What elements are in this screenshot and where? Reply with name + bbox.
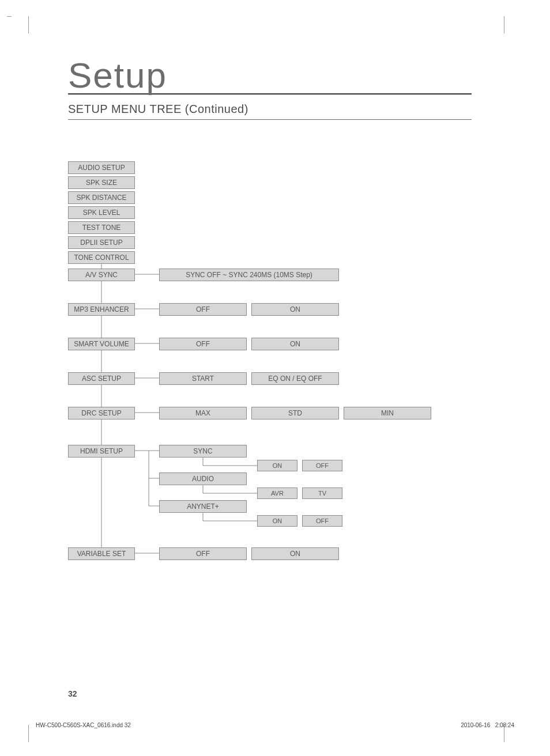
menu-item-drc-setup: DRC SETUP: [68, 407, 135, 419]
option-start: START: [159, 372, 247, 385]
section-title: SETUP MENU TREE (Continued): [68, 103, 472, 120]
menu-item-av-sync: A/V SYNC: [68, 269, 135, 281]
menu-item-spk-level: SPK LEVEL: [68, 206, 135, 219]
menu-item-tone-control: TONE CONTROL: [68, 251, 135, 264]
option-on: ON: [251, 303, 339, 316]
menu-item-smart-volume: SMART VOLUME: [68, 338, 135, 350]
menu-item-dplii-setup: DPLII SETUP: [68, 236, 135, 249]
option-min: MIN: [344, 407, 431, 419]
option-audio: AUDIO: [159, 472, 247, 485]
footer-filename: HW-C500-C560S-XAC_0616.indd 32: [36, 722, 131, 728]
footer-timestamp: 2010-06-16 2:08:24: [461, 722, 514, 728]
menu-item-audio-setup: AUDIO SETUP: [68, 161, 135, 174]
menu-item-variable-set: VARIABLE SET: [68, 547, 135, 560]
option-off: OFF: [302, 515, 342, 527]
option-eq: EQ ON / EQ OFF: [251, 372, 339, 385]
option-off: OFF: [302, 460, 342, 471]
option-sync-range: SYNC OFF ~ SYNC 240MS (10MS Step): [159, 269, 339, 281]
option-on: ON: [251, 547, 339, 560]
menu-item-test-tone: TEST TONE: [68, 221, 135, 234]
page-number: 32: [68, 689, 77, 698]
menu-item-spk-distance: SPK DISTANCE: [68, 191, 135, 204]
option-tv: TV: [302, 487, 342, 499]
option-on: ON: [251, 338, 339, 350]
crop-mark: [12, 725, 29, 742]
page-title: Setup: [68, 58, 472, 94]
footer-time: 2:08:24: [495, 722, 514, 728]
menu-item-spk-size: SPK SIZE: [68, 176, 135, 189]
option-off: OFF: [159, 303, 247, 316]
crop-mark: [12, 16, 29, 33]
option-off: OFF: [159, 338, 247, 350]
footer-date: 2010-06-16: [461, 722, 490, 728]
option-anynet: ANYNET+: [159, 500, 247, 513]
menu-item-asc-setup: ASC SETUP: [68, 372, 135, 385]
option-std: STD: [251, 407, 339, 419]
crop-mark: [504, 16, 521, 33]
menu-item-mp3-enhancer: MP3 ENHANCER: [68, 303, 135, 316]
option-avr: AVR: [257, 487, 297, 499]
option-sync: SYNC: [159, 445, 247, 458]
option-on: ON: [257, 460, 297, 471]
option-off: OFF: [159, 547, 247, 560]
menu-item-hdmi-setup: HDMI SETUP: [68, 445, 135, 458]
page-content: Setup SETUP MENU TREE (Continued): [68, 58, 472, 120]
option-max: MAX: [159, 407, 247, 419]
option-on: ON: [257, 515, 297, 527]
